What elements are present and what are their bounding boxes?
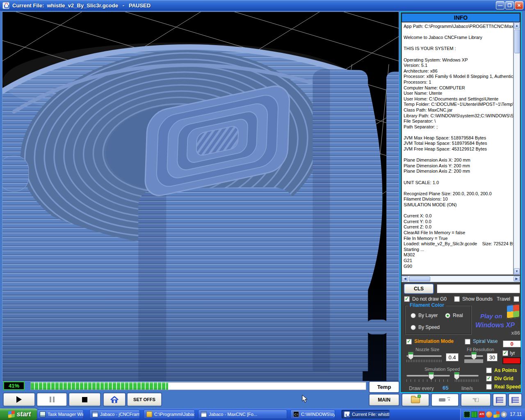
fil-resolution-value[interactable]: 30 — [487, 353, 498, 361]
main-button[interactable]: MAIN — [369, 394, 399, 406]
windows-xp-branding: Play on Windows XP x86 — [474, 304, 521, 336]
taskbar-task[interactable]: Task Manager Windows — [37, 410, 84, 419]
simulation-speed-slider-thumb[interactable] — [429, 372, 434, 380]
scroll-thumb[interactable] — [409, 276, 430, 281]
info-log-line: Architecture: x86 — [404, 68, 513, 74]
lyr-label: lyr — [510, 350, 515, 356]
taskbar-task[interactable]: C:\WINDOWS\syste... — [290, 410, 335, 419]
lyr-checkbox[interactable]: ✓ — [502, 350, 508, 356]
window-title: Current File: whistle_v2_By_Slic3r.gcode… — [12, 2, 151, 9]
simulation-mode-label: Simulation Mode — [414, 338, 454, 344]
gcode-list-button[interactable] — [493, 394, 506, 406]
home-button[interactable] — [103, 393, 126, 406]
info-log-line: Current X: 0.0 — [404, 213, 513, 219]
task-icon — [201, 411, 207, 417]
branding-line1: Play on — [480, 313, 502, 320]
layer-count-field[interactable]: 0 — [503, 340, 521, 347]
set-offs-button[interactable]: SET OFFS — [127, 393, 162, 406]
nozzle-size-slider-thumb[interactable] — [408, 352, 413, 360]
info-horizontal-scrollbar[interactable]: ◀ ▶ — [402, 276, 520, 282]
scroll-right-button[interactable]: ▶ — [514, 276, 520, 281]
close-button[interactable]: ✕ — [515, 1, 523, 9]
by-layer-radio[interactable] — [411, 313, 416, 318]
scroll-down-button[interactable]: ▼ — [514, 268, 520, 274]
info-vertical-scrollbar[interactable]: ▲ ▼ — [514, 22, 520, 275]
usb-connection-button[interactable] — [431, 394, 459, 406]
list-icon — [496, 397, 503, 403]
log-list-button[interactable] — [509, 394, 522, 406]
travel-checkbox[interactable]: ✓ — [514, 296, 519, 302]
filament-color-swatch[interactable] — [502, 357, 521, 364]
simulation-mode-checkbox[interactable]: ✓ — [406, 339, 412, 345]
fil-resolution-label: Fil Resolution — [467, 347, 494, 352]
gcode-3d-viewport[interactable] — [2, 11, 399, 381]
info-log-line: Filament Divisions: 10 — [404, 196, 513, 202]
taskbar-task[interactable]: Current File: whistle... — [341, 410, 390, 419]
info-log-line: Current Z: 0.0 — [404, 224, 513, 230]
info-log-line: Loaded: whistle_v2_By_Slic3r.gcode Size:… — [404, 241, 513, 247]
div-grid-checkbox[interactable]: ✓ — [486, 376, 492, 381]
line-rate-slider-thumb[interactable] — [454, 372, 459, 380]
info-log-line: Class Path: MaxCNC.jar — [404, 107, 513, 113]
manual-jog-button[interactable]: ☜ — [461, 394, 491, 406]
info-log-line: Temp Folder: C:\DOCUME~1\Utente\IMPOST~1… — [404, 102, 513, 107]
tray-icon[interactable] — [471, 411, 477, 418]
by-speed-radio[interactable] — [411, 325, 416, 330]
open-file-button[interactable] — [402, 394, 429, 406]
info-log-area[interactable]: App Path: C:\Programmi\Jabaco\PROGETTI\C… — [402, 22, 514, 275]
nozzle-size-ticks — [406, 360, 442, 362]
do-not-draw-g0-checkbox[interactable]: ✓ — [404, 296, 410, 302]
scroll-thumb[interactable] — [514, 30, 520, 53]
real-speed-checkbox[interactable]: ✓ — [486, 384, 492, 390]
taskbar-task[interactable]: Jabaco - jCNCFrame_... — [89, 410, 140, 419]
pause-button[interactable] — [37, 393, 67, 406]
taskbar-task[interactable]: C:\Programmi\Jabaco... — [144, 410, 195, 419]
spiral-vase-checkbox[interactable]: ✓ — [465, 339, 470, 345]
play-button[interactable] — [3, 393, 35, 406]
restore-button[interactable]: ❐ — [505, 1, 514, 9]
command-input[interactable] — [437, 284, 520, 293]
open-folder-icon — [411, 397, 420, 403]
spiral-vase-label: Spiral Vase — [473, 338, 498, 344]
taskbar-task[interactable]: Jabaco - MaxCNC [Fo... — [198, 410, 287, 419]
info-log-line: Processor: x86 Family 6 Model 8 Stepping… — [404, 74, 513, 80]
info-log-line: THIS IS YOUR SYSTEM : — [404, 46, 513, 52]
mouse-cursor — [302, 395, 308, 403]
nozzle-size-value[interactable]: 0.4 — [446, 353, 459, 361]
info-log-line: Computer Name: COMPUTER — [404, 85, 513, 91]
minimize-button[interactable]: — — [496, 1, 504, 9]
info-log-line: JVM Free Heap Space: 453129912 Bytes — [404, 146, 513, 152]
progress-percent-badge: 41% — [3, 381, 25, 390]
info-log-line: Operating System: Windows XP — [404, 57, 513, 63]
fil-resolution-slider-thumb[interactable] — [471, 352, 477, 360]
fil-resolution-channel — [464, 359, 483, 363]
info-log-line — [404, 52, 513, 57]
as-points-checkbox[interactable]: ✓ — [486, 368, 492, 373]
real-speed-label: Real Speed — [494, 384, 521, 390]
line-rate-ticks — [455, 379, 479, 382]
info-log-line: File In Memory = True — [404, 236, 513, 242]
scroll-up-button[interactable]: ▲ — [514, 23, 520, 29]
scroll-left-button[interactable]: ◀ — [402, 276, 408, 281]
tray-icon[interactable] — [479, 411, 485, 418]
real-radio[interactable] — [445, 313, 450, 318]
draw-every-label: Draw every — [409, 386, 434, 391]
temp-button[interactable]: Temp — [369, 381, 399, 393]
info-log-line: Processors: 1 — [404, 80, 513, 85]
show-bounds-checkbox[interactable]: ✓ — [454, 296, 460, 302]
branding-line2: Windows XP — [475, 322, 515, 329]
application-window: Current File: whistle_v2_By_Slic3r.gcode… — [0, 0, 525, 420]
task-icon — [40, 411, 46, 417]
info-log-line: User Name: Utente — [404, 91, 513, 96]
div-grid-label: Div Grid — [494, 376, 514, 381]
stop-button[interactable] — [69, 393, 100, 406]
info-log-line: Plane Dimension Axis Y: 200 mm — [404, 163, 513, 169]
tray-icon[interactable] — [486, 411, 492, 418]
title-bar[interactable]: Current File: whistle_v2_By_Slic3r.gcode… — [0, 0, 525, 11]
simulation-speed-slider-track[interactable] — [406, 375, 450, 377]
tray-icon[interactable] — [493, 411, 500, 418]
tray-icon[interactable] — [464, 411, 470, 418]
tray-icon[interactable] — [501, 411, 507, 418]
cls-button[interactable]: CLS — [404, 284, 434, 294]
start-button[interactable]: start — [0, 409, 39, 420]
